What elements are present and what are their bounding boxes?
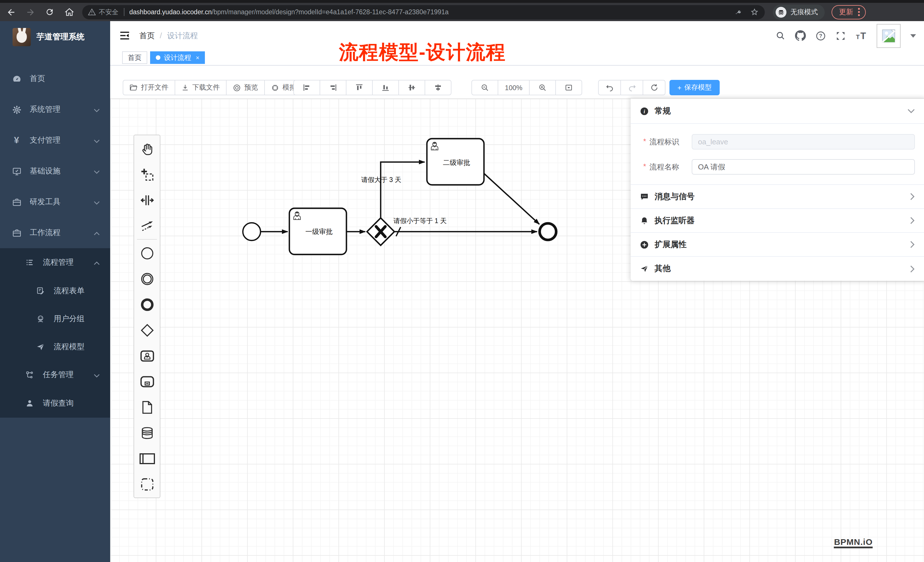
sidebar-item-label: 系统管理 bbox=[30, 104, 60, 115]
fullscreen-icon[interactable] bbox=[836, 30, 846, 41]
zoom-level[interactable]: 100% bbox=[498, 80, 530, 95]
sidebar-item-label: 用户分组 bbox=[54, 313, 84, 324]
browser-chrome: 不安全 dashboard.yudao.iocoder.cn/bpm/manag… bbox=[0, 0, 924, 21]
start-event[interactable] bbox=[243, 223, 261, 240]
align-left-button[interactable] bbox=[293, 80, 320, 95]
panel-section-extended-attributes[interactable]: 扩展属性 bbox=[631, 233, 924, 257]
align-center-horizontal-button[interactable] bbox=[398, 80, 425, 95]
sidebar-item-infra[interactable]: 基础设施 bbox=[0, 156, 110, 187]
panel-section-general[interactable]: i 常规 bbox=[631, 99, 924, 124]
file-button-group: 打开文件 下载文件 预览 模拟 bbox=[123, 80, 303, 95]
flow-task2-to-end[interactable] bbox=[484, 174, 539, 224]
font-size-icon[interactable]: TT bbox=[855, 31, 867, 40]
sidebar-item-process-mgmt[interactable]: 流程管理 bbox=[0, 248, 110, 277]
sidebar-item-label: 流程管理 bbox=[43, 257, 74, 268]
tab-design-process[interactable]: 设计流程 × bbox=[150, 51, 205, 64]
avatar[interactable] bbox=[877, 24, 901, 48]
page-annotation: 流程模型-设计流程 bbox=[339, 39, 506, 66]
download-file-button[interactable]: 下载文件 bbox=[175, 80, 226, 95]
process-key-input[interactable] bbox=[692, 134, 915, 150]
undo-button[interactable] bbox=[598, 80, 621, 95]
sidebar-item-devtools[interactable]: 研发工具 bbox=[0, 187, 110, 217]
align-center-vertical-button[interactable] bbox=[424, 80, 452, 95]
url-text[interactable]: dashboard.yudao.iocoder.cn/bpm/manager/m… bbox=[129, 9, 730, 15]
sidebar-item-process-model[interactable]: 流程模型 bbox=[0, 333, 110, 361]
sidebar-item-label: 请假查询 bbox=[43, 398, 74, 409]
svg-text:T: T bbox=[860, 31, 866, 40]
sidebar-item-process-form[interactable]: 流程表单 bbox=[0, 277, 110, 305]
sidebar-item-label: 研发工具 bbox=[30, 197, 60, 207]
github-icon[interactable] bbox=[795, 30, 806, 41]
tab-home[interactable]: 首页 bbox=[122, 51, 147, 64]
bell-icon bbox=[640, 216, 649, 225]
app-root: 不安全 dashboard.yudao.iocoder.cn/bpm/manag… bbox=[0, 0, 924, 562]
reload-icon[interactable] bbox=[41, 4, 58, 19]
security-warning[interactable]: 不安全 bbox=[88, 8, 118, 16]
save-model-button[interactable]: + 保存模型 bbox=[669, 80, 720, 95]
search-icon[interactable] bbox=[776, 31, 785, 40]
user-task-level1[interactable]: 一级审批 bbox=[290, 208, 346, 255]
user-task-level2[interactable]: 二级审批 bbox=[427, 139, 484, 185]
preview-icon bbox=[233, 84, 241, 91]
sidebar-item-leave-query[interactable]: 请假查询 bbox=[0, 389, 110, 418]
chevron-right-icon bbox=[910, 193, 915, 200]
sidebar-item-task-mgmt[interactable]: 任务管理 bbox=[0, 361, 110, 389]
sidebar-item-user-group[interactable]: 用户分组 bbox=[0, 305, 110, 333]
chevron-down-icon bbox=[908, 108, 915, 114]
bookmark-star-icon[interactable] bbox=[750, 7, 759, 16]
panel-section-other[interactable]: 其他 bbox=[631, 257, 924, 281]
end-event[interactable] bbox=[540, 223, 556, 240]
process-name-input[interactable] bbox=[692, 159, 915, 175]
zoom-in-button[interactable] bbox=[529, 80, 556, 95]
kebab-menu-icon[interactable] bbox=[858, 7, 860, 16]
zoom-reset-button[interactable] bbox=[555, 80, 582, 95]
back-icon[interactable] bbox=[2, 4, 20, 19]
open-file-button[interactable]: 打开文件 bbox=[123, 80, 175, 95]
forward-icon[interactable] bbox=[22, 4, 39, 19]
panel-section-message-signal[interactable]: 消息与信号 bbox=[631, 185, 924, 209]
gear-icon bbox=[11, 104, 22, 115]
security-label: 不安全 bbox=[99, 8, 118, 16]
align-top-button[interactable] bbox=[346, 80, 373, 95]
url-bar[interactable]: 不安全 dashboard.yudao.iocoder.cn/bpm/manag… bbox=[82, 5, 765, 19]
breadcrumb-home[interactable]: 首页 bbox=[139, 30, 154, 41]
folder-icon bbox=[129, 84, 138, 91]
bpmn-io-watermark[interactable]: BPMN.iO bbox=[834, 537, 873, 548]
chevron-right-icon bbox=[910, 241, 915, 248]
exclusive-gateway[interactable] bbox=[367, 218, 394, 245]
history-button-group bbox=[598, 80, 666, 95]
preview-button[interactable]: 预览 bbox=[226, 80, 265, 95]
zoom-out-button[interactable] bbox=[471, 80, 498, 95]
home-icon[interactable] bbox=[60, 4, 78, 19]
panel-section-execution-listener[interactable]: 执行监听器 bbox=[631, 209, 924, 233]
sidebar-toggle-icon[interactable] bbox=[119, 30, 130, 41]
bpmn-canvas[interactable]: 一级审批 二级审批 请假大于 3 天 请假小于等于 1 天 bbox=[110, 98, 924, 562]
sidebar-item-home[interactable]: 首页 bbox=[0, 63, 110, 94]
close-icon[interactable]: × bbox=[196, 54, 200, 61]
svg-text:?: ? bbox=[819, 33, 822, 39]
flow-gateway-to-task2[interactable] bbox=[381, 162, 424, 218]
avatar-caret-icon[interactable] bbox=[910, 34, 916, 37]
align-bottom-button[interactable] bbox=[372, 80, 399, 95]
sidebar-item-system[interactable]: 系统管理 bbox=[0, 94, 110, 125]
flow-label-gt3[interactable]: 请假大于 3 天 bbox=[361, 176, 402, 183]
sidebar-item-label: 基础设施 bbox=[30, 166, 60, 176]
required-asterisk: * bbox=[643, 162, 646, 170]
dashboard-icon bbox=[11, 73, 22, 84]
workflow-icon bbox=[24, 370, 35, 380]
restart-button[interactable] bbox=[643, 80, 666, 95]
help-icon[interactable]: ? bbox=[816, 30, 826, 41]
key-icon[interactable] bbox=[735, 8, 743, 16]
align-right-button[interactable] bbox=[320, 80, 346, 95]
chip-icon bbox=[271, 84, 279, 91]
update-button[interactable]: 更新 bbox=[831, 5, 866, 19]
broken-image-icon bbox=[881, 28, 896, 43]
section-title: 执行监听器 bbox=[655, 215, 904, 226]
flow-label-le1[interactable]: 请假小于等于 1 天 bbox=[393, 217, 447, 225]
redo-button[interactable] bbox=[620, 80, 643, 95]
process-key-label: *流程标识 bbox=[640, 136, 692, 147]
sidebar-item-label: 工作流程 bbox=[30, 228, 60, 238]
app-logo[interactable]: 芋道管理系统 bbox=[0, 21, 110, 53]
sidebar-item-payment[interactable]: ¥ 支付管理 bbox=[0, 125, 110, 156]
sidebar-item-workflow[interactable]: 工作流程 bbox=[0, 217, 110, 248]
